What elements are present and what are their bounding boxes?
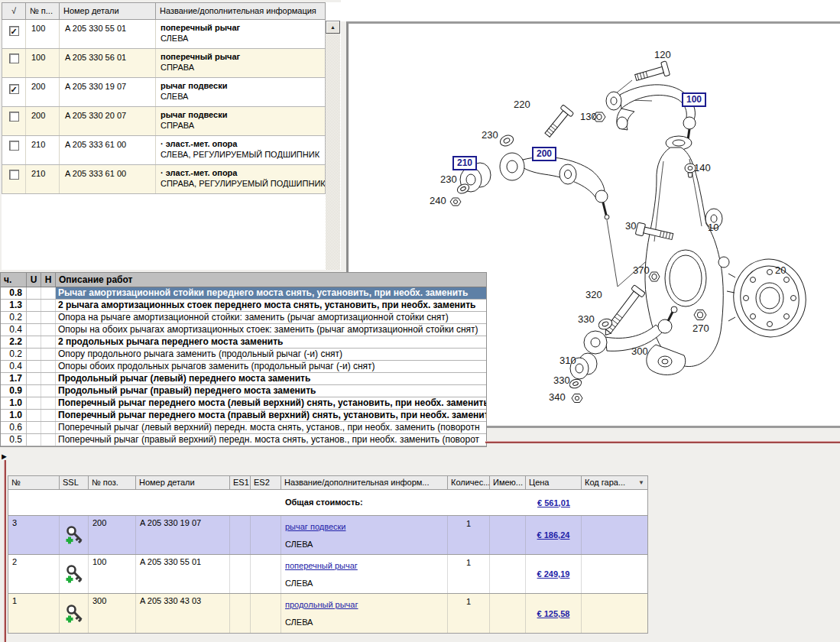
work-operation-row[interactable]: 0.5 Поперечный рычаг (правый верхний) пе… [1, 434, 486, 446]
in-stock-cell [490, 555, 526, 593]
parts-table-row[interactable]: 210 A 205 333 61 00 · эласт.-мет. опора … [2, 136, 325, 165]
work-operation-row[interactable]: 1.0 Поперечный рычаг переднего моста (пр… [1, 410, 486, 422]
nut-370-drawing [649, 272, 660, 281]
header-number[interactable]: № [8, 476, 60, 489]
position-number: 100 [26, 20, 60, 48]
diagram-callout-210[interactable]: 210 [452, 156, 477, 170]
part-select-checkbox[interactable]: ✓ [9, 26, 19, 36]
position-number: 200 [26, 107, 60, 135]
diagram-callout-300: 300 [631, 346, 648, 357]
top-right-strip [341, 0, 840, 21]
basket-name-cell: продольный рычаг СЛЕВА [281, 594, 448, 633]
scrollbar-track[interactable] [326, 34, 340, 270]
ssl-cell [60, 594, 89, 633]
in-stock-cell [490, 516, 526, 554]
key-add-icon[interactable] [64, 524, 84, 546]
part-name-cell: рычаг подвески СЛЕВА [156, 78, 325, 106]
part-select-checkbox[interactable] [9, 141, 19, 151]
diagram-callout-100[interactable]: 100 [682, 92, 706, 107]
diagram-callout-200[interactable]: 200 [532, 147, 556, 161]
parts-table-row[interactable]: 200 A 205 330 20 07 рычаг подвески СПРАВ… [2, 107, 325, 136]
bolt-220-drawing [542, 105, 574, 140]
diagram-callout-140: 140 [694, 163, 711, 173]
parts-table-row[interactable]: 210 A 205 333 61 00 · эласт.-мет. опора … [2, 165, 325, 194]
work-table-body: 0.8 Рычаг амортизационной стойки передне… [1, 287, 486, 446]
header-ssl[interactable]: SSL [60, 476, 89, 489]
scroll-up-button[interactable]: ▲ [326, 21, 340, 34]
price-link[interactable]: € 125,58 [537, 609, 570, 618]
work-u-flag [27, 336, 41, 348]
part-side-info: СПРАВА [161, 121, 325, 130]
work-hours: 1.0 [1, 397, 27, 409]
quantity-cell: 1 [448, 594, 490, 633]
basket-row[interactable]: 3 200 A 205 330 19 07 рычаг подвески СЛЕ… [8, 516, 647, 555]
position-number: 100 [26, 49, 60, 77]
key-add-icon[interactable] [64, 603, 84, 624]
diagram-callout-240: 240 [430, 196, 446, 206]
work-hours: 0.6 [1, 422, 27, 433]
parts-table-row[interactable]: 100 A 205 330 56 01 поперечный рычаг СПР… [2, 49, 325, 78]
header-es1[interactable]: ES1 [230, 476, 251, 489]
work-operation-row[interactable]: 0.4 Опоры обоих продольных рычагов замен… [1, 361, 486, 373]
diagram-callout-230: 230 [482, 130, 498, 141]
work-description: Рычаг амортизационной стойки переднего м… [56, 287, 486, 299]
quantity-cell: 1 [448, 516, 490, 554]
bolt-320-drawing [600, 285, 646, 339]
header-part-number[interactable]: Номер детали [136, 476, 230, 489]
work-u-flag [27, 361, 41, 372]
parts-table-row[interactable]: ✓ 100 A 205 330 55 01 поперечный рычаг С… [2, 20, 325, 49]
work-operation-row[interactable]: 0.8 Рычаг амортизационной стойки передне… [1, 287, 486, 300]
header-position[interactable]: № поз. [89, 476, 136, 489]
work-operation-row[interactable]: 0.9 Продольный рычаг (правый) переднего … [1, 385, 486, 397]
part-name-link[interactable]: продольный рычаг [285, 600, 358, 609]
work-operation-row[interactable]: 1.0 Поперечный рычаг переднего моста (ле… [1, 397, 486, 410]
maroon-vertical-divider [4, 460, 6, 642]
header-in-stock[interactable]: Имею... [490, 476, 526, 489]
wheel-hub-20-drawing [726, 252, 812, 343]
header-name[interactable]: Название/дополнительная информ... [281, 476, 448, 489]
parts-table-header: √ № п... Номер детали Название/дополните… [2, 2, 326, 20]
total-price-link[interactable]: € 561,01 [537, 498, 570, 507]
part-name-link[interactable]: поперечный рычаг [285, 561, 358, 570]
part-name-cell: поперечный рычаг СПРАВА [156, 49, 325, 77]
work-hours: 0.9 [1, 385, 27, 397]
work-description: Продольный рычаг (правый) переднего мост… [56, 385, 486, 397]
work-u-flag [27, 324, 41, 336]
header-price[interactable]: Цена [526, 476, 582, 489]
part-side-info: СЛЕВА, РЕГУЛИРУЕМЫЙ ПОДШИПНИК [161, 150, 325, 159]
price-cell: € 186,24 [526, 516, 582, 554]
sort-descending-icon[interactable]: ▼ [638, 476, 645, 489]
work-operation-row[interactable]: 1.3 2 рычага амортизационных стоек перед… [1, 300, 486, 312]
price-link[interactable]: € 249,19 [537, 569, 570, 579]
checkbox-cell [2, 136, 26, 164]
part-number: A 205 330 20 07 [60, 107, 156, 135]
nut-270-drawing [694, 310, 706, 320]
key-add-icon[interactable] [64, 563, 84, 585]
header-es2[interactable]: ES2 [251, 476, 281, 489]
work-operation-row[interactable]: 2.2 2 продольных рычага переднего моста … [1, 336, 486, 349]
header-quantity[interactable]: Количес... [448, 476, 490, 489]
diagram-callout-120: 120 [654, 50, 671, 60]
nut-340-drawing [572, 394, 582, 403]
work-h-flag [41, 324, 56, 336]
part-select-checkbox[interactable] [9, 112, 19, 122]
work-u-flag [27, 385, 41, 397]
parts-table-row[interactable]: ✓ 200 A 205 330 19 07 рычаг подвески СЛЕ… [2, 78, 325, 107]
basket-row[interactable]: 1 300 A 205 330 43 03 продольный рычаг С… [8, 594, 647, 633]
work-operation-row[interactable]: 0.4 Опоры на обоих рычагах амортизационн… [1, 324, 486, 336]
work-operation-row[interactable]: 1.7 Продольный рычаг (левый) переднего м… [1, 373, 486, 385]
work-operation-row[interactable]: 0.2 Опору продольного рычага заменить (п… [1, 349, 486, 361]
header-warranty-code[interactable]: ▼ Код гара... [582, 476, 647, 489]
basket-row[interactable]: 2 100 A 205 330 55 01 поперечный рычаг С… [8, 555, 647, 594]
part-select-checkbox[interactable] [9, 54, 19, 63]
total-price-cell: € 561,01 [526, 490, 582, 515]
work-operation-row[interactable]: 0.2 Опора на рычаге амортизационной стой… [1, 312, 486, 324]
work-hours: 1.3 [1, 300, 27, 311]
part-select-checkbox[interactable] [9, 170, 19, 180]
part-select-checkbox[interactable]: ✓ [9, 84, 19, 94]
diagram-callout-270: 270 [692, 323, 709, 334]
price-link[interactable]: € 186,24 [537, 530, 570, 540]
work-operation-row[interactable]: 0.6 Поперечный рычаг (левый верхний) пер… [1, 422, 486, 434]
work-u-flag [27, 410, 41, 421]
part-name-link[interactable]: рычаг подвески [285, 522, 346, 531]
